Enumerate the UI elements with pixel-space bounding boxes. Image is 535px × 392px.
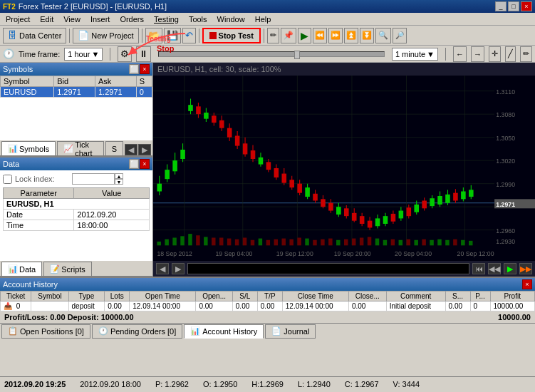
play-button[interactable]: ▶ <box>298 28 311 43</box>
nav-left-button[interactable]: ← <box>453 46 467 62</box>
spinner-up-button[interactable]: ▲ <box>115 173 123 179</box>
ah-open-time: 12.09.14 00:00 <box>130 301 196 311</box>
tb-btn-2[interactable]: ⏩ <box>328 28 343 43</box>
ah-comment: Initial deposit <box>386 301 445 311</box>
zoom-in-button[interactable]: 🔍 <box>375 28 391 43</box>
account-history-close-button[interactable]: × <box>522 279 532 289</box>
menu-view[interactable]: View <box>59 14 85 24</box>
tb-btn-3[interactable]: ⏫ <box>344 28 358 43</box>
timeframe-dropdown[interactable]: 1 hour ▼ <box>64 48 103 61</box>
tf-settings-button[interactable]: ⚙ <box>118 46 132 62</box>
sym-tab-prev[interactable]: ◀ <box>125 144 137 155</box>
account-history-row[interactable]: 📥 0 deposit 0.00 12.09.14 00:00 0.00 0.0… <box>1 301 535 311</box>
menu-edit[interactable]: Edit <box>36 14 58 24</box>
svg-rect-56 <box>305 187 310 197</box>
ah-col-close: Close... <box>348 292 386 301</box>
svg-rect-124 <box>352 239 355 246</box>
symbols-table-container: Symbol Bid Ask S EURUSD 1.2971 1.2971 0 <box>0 76 152 140</box>
chart-canvas[interactable]: 18 Sep 2012 19 Sep 04:00 19 Sep 12:00 19… <box>153 76 535 261</box>
tb-btn-1[interactable]: ⏪ <box>313 28 327 43</box>
chart-nav-prev2-button[interactable]: ◀◀ <box>488 263 501 274</box>
tb-btn-4[interactable]: ⏬ <box>360 28 374 43</box>
ah-col-p: P... <box>470 292 490 301</box>
toolbar-separator-2 <box>142 29 142 43</box>
tab-symbols[interactable]: 📊 Symbols <box>1 141 56 155</box>
chart-nav-first-button[interactable]: ⏮ <box>472 263 485 274</box>
lock-index-input[interactable]: 0 <box>72 173 115 185</box>
ah-col-comment: Comment <box>386 292 445 301</box>
chart-nav-next-button[interactable]: ▶ <box>172 263 185 274</box>
spinner-down-button[interactable]: ▼ <box>115 179 123 185</box>
tab-pending-orders[interactable]: 🕐 Pending Orders [0] <box>92 324 182 339</box>
ah-close-time: 12.09.14 00:00 <box>282 301 348 311</box>
close-button[interactable]: × <box>521 1 532 11</box>
tab-data[interactable]: 📊 Data <box>1 262 42 276</box>
svg-rect-100 <box>165 239 168 246</box>
svg-text:19 Sep 04:00: 19 Sep 04:00 <box>216 251 253 258</box>
data-center-button[interactable]: 🗄 Data Center <box>3 28 66 43</box>
bookmark-button[interactable]: 📌 <box>281 28 296 43</box>
speed-slider[interactable] <box>158 51 385 57</box>
minimize-button[interactable]: _ <box>495 1 507 11</box>
tab-journal[interactable]: 📄 Journal <box>265 324 316 339</box>
menu-insert[interactable]: Insert <box>86 14 115 24</box>
ah-symbol <box>31 301 68 311</box>
tab-s[interactable]: S <box>105 141 123 155</box>
svg-rect-38 <box>235 136 240 146</box>
data-value-time: 18:00:00 <box>74 220 150 231</box>
nav-right-button[interactable]: → <box>471 46 484 62</box>
sym-tab-next[interactable]: ▶ <box>138 144 151 155</box>
stop-test-button[interactable]: Stop Test <box>202 28 261 43</box>
zoom-out-button[interactable]: 🔎 <box>393 28 407 43</box>
draw-button[interactable]: ✏ <box>520 46 532 62</box>
chart-nav-play-button[interactable]: ▶ <box>504 263 516 274</box>
timeframe-separator <box>110 48 110 61</box>
new-project-button[interactable]: 📄 New Project <box>73 28 138 43</box>
chart-nav-next2-button[interactable]: ▶▶ <box>519 263 532 274</box>
undo-button[interactable]: ↶ <box>182 28 196 43</box>
maximize-button[interactable]: □ <box>508 1 519 11</box>
symbols-panel-restore-button[interactable]: ⬜ <box>129 64 139 74</box>
menu-window[interactable]: Window <box>213 14 249 24</box>
tab-tick-chart[interactable]: 📈 Tick chart <box>57 141 103 155</box>
account-history-panel: Account History × Ticket Symbol Type Lot… <box>0 278 535 323</box>
account-history-header: Account History × <box>0 278 535 291</box>
symbols-panel: Symbols ⬜ × Symbol Bid Ask S <box>0 63 152 156</box>
speed-dropdown[interactable]: 1 minute ▼ <box>392 48 438 61</box>
symbol-row-eurusd[interactable]: EURUSD 1.2971 1.2971 0 <box>1 87 152 98</box>
chart-symbol-input[interactable]: EURUSD, H1 <box>187 263 469 274</box>
tab-account-history[interactable]: 📊 Account History <box>184 324 264 339</box>
svg-rect-116 <box>289 239 293 246</box>
bottom-section: Account History × Ticket Symbol Type Lot… <box>0 277 535 376</box>
svg-rect-125 <box>360 238 363 246</box>
ah-col-tp: T/P <box>257 292 282 301</box>
lock-index-checkbox[interactable] <box>3 175 12 184</box>
svg-rect-26 <box>188 105 193 111</box>
svg-rect-129 <box>391 239 395 246</box>
data-panel-restore-button[interactable]: ⬜ <box>129 159 139 169</box>
symbols-panel-close-button[interactable]: × <box>140 64 150 74</box>
menu-tools[interactable]: Tools <box>185 14 212 24</box>
tf-pause-button[interactable]: ⏸ <box>136 46 151 62</box>
menu-help[interactable]: Help <box>251 14 276 24</box>
chart-nav-prev-button[interactable]: ◀ <box>156 263 169 274</box>
save-button[interactable]: 💾 <box>164 28 181 43</box>
svg-rect-50 <box>281 174 286 183</box>
svg-rect-54 <box>297 184 302 193</box>
tab-open-positions[interactable]: 📋 Open Positions [0] <box>1 324 90 339</box>
edit-button[interactable]: ✏ <box>267 28 279 43</box>
menu-orders[interactable]: Orders <box>115 14 148 24</box>
menu-testing[interactable]: Testing <box>150 14 183 24</box>
data-panel-close-button[interactable]: × <box>140 159 150 169</box>
svg-rect-20 <box>165 170 170 179</box>
line-button[interactable]: ╱ <box>505 46 516 62</box>
window-title: Forex Tester 2 [EURUSD] - [EURUSD, H1] <box>19 2 167 11</box>
data-table: Parameter Value EURUSD, H1 Date 2012.09.… <box>3 187 150 231</box>
svg-rect-78 <box>391 214 396 222</box>
crosshair-button[interactable]: ✛ <box>489 46 501 62</box>
tab-scripts[interactable]: 📝 Scripts <box>43 262 92 276</box>
svg-rect-46 <box>266 162 271 170</box>
menu-project[interactable]: Project <box>1 14 34 24</box>
open-button[interactable]: 📂 <box>145 28 162 43</box>
chart-title: EURUSD, H1, cell: 30, scale: 100% <box>153 63 535 76</box>
